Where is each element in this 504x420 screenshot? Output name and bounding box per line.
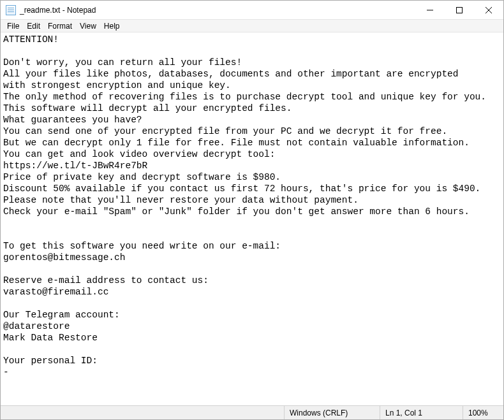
menubar: File Edit Format View Help <box>1 20 503 33</box>
maximize-button[interactable] <box>445 1 474 19</box>
status-position: Ln 1, Col 1 <box>380 406 463 419</box>
maximize-icon <box>456 7 463 13</box>
menu-edit[interactable]: Edit <box>23 21 44 31</box>
close-icon <box>485 7 492 13</box>
menu-help[interactable]: Help <box>100 21 124 31</box>
notepad-icon <box>6 5 16 15</box>
menu-format[interactable]: Format <box>44 21 76 31</box>
notepad-window: _readme.txt - Notepad File Edit Format V… <box>0 0 504 420</box>
statusbar: Windows (CRLF) Ln 1, Col 1 100% <box>1 405 503 419</box>
close-button[interactable] <box>474 1 503 19</box>
editor-area: ATTENTION! Don't worry, you can return a… <box>1 33 503 405</box>
minimize-icon <box>427 7 433 13</box>
statusbar-spacer <box>1 406 284 419</box>
menu-file[interactable]: File <box>3 21 23 31</box>
svg-rect-1 <box>457 7 463 13</box>
minimize-button[interactable] <box>415 1 445 19</box>
window-title: _readme.txt - Notepad <box>20 6 415 15</box>
titlebar: _readme.txt - Notepad <box>1 1 503 20</box>
menu-view[interactable]: View <box>76 21 100 31</box>
text-content[interactable]: ATTENTION! Don't worry, you can return a… <box>1 33 503 405</box>
status-zoom: 100% <box>463 406 503 419</box>
window-controls <box>415 1 503 19</box>
status-encoding: Windows (CRLF) <box>284 406 380 419</box>
